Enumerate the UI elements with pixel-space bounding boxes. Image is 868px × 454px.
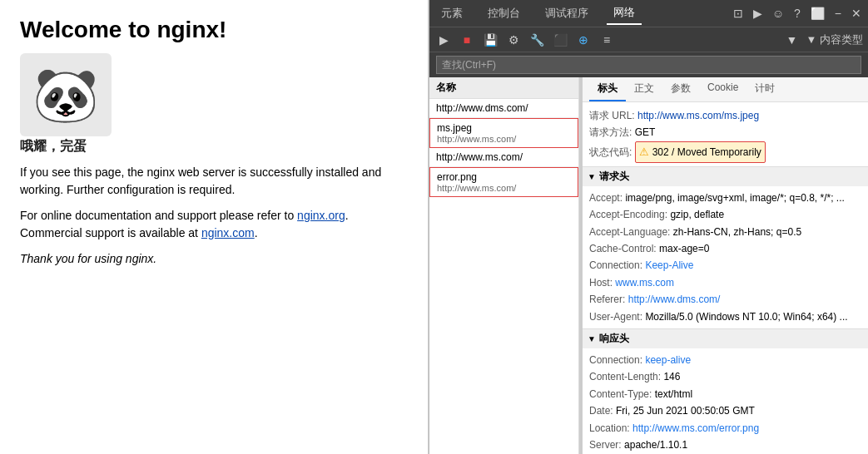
toolbar-icons: ⊡ ▶ ☺ ? ⬜ − ✕ bbox=[732, 5, 863, 22]
help-icon[interactable]: ? bbox=[792, 5, 802, 22]
tab-debugger[interactable]: 调试程序 bbox=[538, 2, 595, 24]
close2-btn[interactable]: ⬛ bbox=[551, 31, 569, 49]
detail-status-code: 状态代码: ⚠ 302 / Moved Temporarily bbox=[589, 141, 861, 163]
search-input[interactable] bbox=[436, 56, 861, 74]
detail-host: Host: www.ms.com bbox=[589, 274, 861, 291]
detail-content-length: Content-Length: 146 bbox=[589, 368, 861, 385]
smiley-icon[interactable]: ☺ bbox=[771, 5, 786, 22]
save-btn[interactable]: 💾 bbox=[481, 31, 499, 49]
arrow-icon: ▼ bbox=[588, 172, 596, 181]
nginx-paragraph3: Thank you for using nginx. bbox=[20, 250, 408, 268]
detail-request-method: 请求方法: GET bbox=[589, 124, 861, 141]
warning-icon: ⚠ bbox=[639, 143, 649, 161]
filter-label[interactable]: ▼ 内容类型 bbox=[806, 32, 863, 47]
tab-cookie[interactable]: Cookie bbox=[699, 77, 746, 101]
responsive-icon[interactable]: ⊡ bbox=[732, 5, 745, 22]
filter-icon[interactable]: ▼ bbox=[783, 31, 801, 49]
nginx-paragraph2: For online documentation and support ple… bbox=[20, 207, 408, 242]
nginx-link2[interactable]: nginx.com bbox=[201, 226, 255, 239]
network-item-errorpng[interactable]: error.png http://www.ms.com/ bbox=[429, 167, 578, 197]
network-item-name: ms.jpeg bbox=[437, 122, 571, 134]
devtools-main: 名称 http://www.dms.com/ ms.jpeg http://ww… bbox=[429, 77, 868, 454]
minimize-icon[interactable]: − bbox=[833, 5, 843, 22]
close-icon[interactable]: ✕ bbox=[850, 5, 863, 22]
nginx-body: If you see this page, the nginx web serv… bbox=[20, 164, 408, 268]
panda-emoji: 🐼 bbox=[32, 64, 99, 126]
tab-params[interactable]: 参数 bbox=[662, 77, 699, 101]
details-panel: 标头 正文 参数 Cookie 计时 请求 URL: http://www.ms… bbox=[583, 77, 868, 454]
filter-section: ▼ ▼ 内容类型 bbox=[783, 31, 863, 49]
detail-user-agent: User-Agent: Mozilla/5.0 (Windows NT 10.0… bbox=[589, 308, 861, 325]
filter-btn[interactable]: 🔧 bbox=[528, 31, 546, 49]
network-list-header: 名称 bbox=[429, 77, 578, 99]
detail-connection-req: Connection: Keep-Alive bbox=[589, 257, 861, 274]
detail-content-type: Content-Type: text/html bbox=[589, 386, 861, 402]
devtools-tab-bar: 元素 控制台 调试程序 网络 ⊡ ▶ ☺ ? ⬜ − ✕ bbox=[429, 0, 868, 27]
detail-server: Server: apache/1.10.1 bbox=[589, 437, 861, 453]
status-badge: ⚠ 302 / Moved Temporarily bbox=[635, 141, 766, 163]
panda-image: 🐼 哦耀，完蛋 bbox=[20, 53, 408, 155]
devtools-search-bar bbox=[429, 52, 868, 77]
sort-btn[interactable]: ≡ bbox=[598, 31, 616, 49]
detail-accept-language: Accept-Language: zh-Hans-CN, zh-Hans; q=… bbox=[589, 224, 861, 240]
network-item-url: http://www.ms.com/ bbox=[437, 183, 571, 193]
detail-accept-encoding: Accept-Encoding: gzip, deflate bbox=[589, 206, 861, 223]
tab-network[interactable]: 网络 bbox=[607, 2, 642, 25]
section-response-headers[interactable]: ▼ 响应头 bbox=[583, 328, 868, 348]
detail-cache-control: Cache-Control: max-age=0 bbox=[589, 240, 861, 257]
section-request-headers[interactable]: ▼ 请求头 bbox=[583, 166, 868, 186]
detail-connection-resp: Connection: keep-alive bbox=[589, 352, 861, 368]
nginx-page: Welcome to nginx! 🐼 哦耀，完蛋 If you see thi… bbox=[0, 0, 429, 454]
details-content: 请求 URL: http://www.ms.com/ms.jpeg 请求方法: … bbox=[583, 102, 868, 454]
network-item-name: http://www.dms.com/ bbox=[436, 102, 572, 114]
devtools-toolbar2: ▶ ■ 💾 ⚙ 🔧 ⬛ ⊕ ≡ ▼ ▼ 内容类型 bbox=[429, 27, 868, 52]
nginx-title: Welcome to nginx! bbox=[20, 17, 408, 43]
window-icon[interactable]: ⬜ bbox=[809, 5, 826, 22]
detail-date: Date: Fri, 25 Jun 2021 00:50:05 GMT bbox=[589, 402, 861, 419]
network-btn[interactable]: ⊕ bbox=[574, 31, 593, 49]
tab-body[interactable]: 正文 bbox=[626, 77, 662, 101]
stop-btn[interactable]: ■ bbox=[458, 31, 476, 49]
record-btn[interactable]: ▶ bbox=[434, 31, 453, 49]
play-icon[interactable]: ▶ bbox=[751, 5, 764, 22]
detail-location: Location: http://www.ms.com/error.png bbox=[589, 420, 861, 437]
panda-caption: 哦耀，完蛋 bbox=[20, 138, 87, 155]
details-tabs: 标头 正文 参数 Cookie 计时 bbox=[583, 77, 868, 102]
tab-headers[interactable]: 标头 bbox=[589, 77, 626, 101]
tab-timing[interactable]: 计时 bbox=[746, 77, 783, 101]
detail-accept: Accept: image/png, image/svg+xml, image/… bbox=[589, 190, 861, 206]
network-item-ms[interactable]: http://www.ms.com/ bbox=[429, 148, 578, 167]
tab-elements[interactable]: 元素 bbox=[434, 2, 469, 24]
network-item-dms[interactable]: http://www.dms.com/ bbox=[429, 99, 578, 118]
network-item-msjpeg[interactable]: ms.jpeg http://www.ms.com/ bbox=[429, 118, 578, 148]
detail-request-url: 请求 URL: http://www.ms.com/ms.jpeg bbox=[589, 107, 861, 124]
nginx-paragraph1: If you see this page, the nginx web serv… bbox=[20, 164, 408, 199]
detail-referer: Referer: http://www.dms.com/ bbox=[589, 291, 861, 308]
network-item-name: error.png bbox=[437, 171, 571, 183]
network-item-name: http://www.ms.com/ bbox=[436, 151, 572, 163]
nginx-link1[interactable]: nginx.org bbox=[297, 209, 345, 222]
tab-console[interactable]: 控制台 bbox=[481, 2, 527, 24]
network-list: 名称 http://www.dms.com/ ms.jpeg http://ww… bbox=[429, 77, 579, 454]
import-btn[interactable]: ⚙ bbox=[504, 31, 523, 49]
panda-face: 🐼 bbox=[20, 53, 112, 136]
devtools-panel: 元素 控制台 调试程序 网络 ⊡ ▶ ☺ ? ⬜ − ✕ ▶ ■ 💾 ⚙ 🔧 ⬛… bbox=[429, 0, 868, 454]
arrow-icon: ▼ bbox=[588, 334, 596, 343]
network-item-url: http://www.ms.com/ bbox=[437, 134, 571, 144]
